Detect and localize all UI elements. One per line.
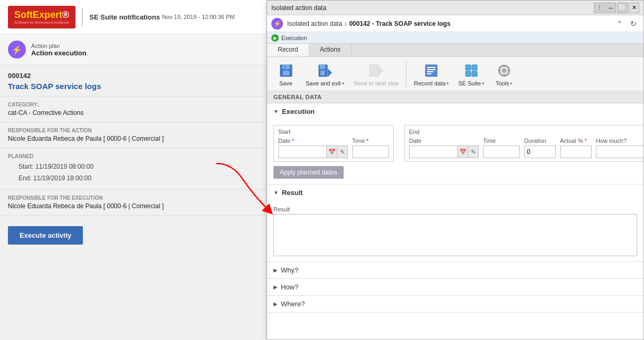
record-name: Track SOAP service logs [0, 82, 274, 96]
start-time-input[interactable] [352, 145, 389, 158]
howmuch-label: How much? [596, 138, 643, 144]
save-icon [278, 62, 295, 79]
status-text: Execution [281, 35, 307, 41]
responsible-label: RESPONSIBLE FOR THE ACTION [8, 128, 266, 133]
svg-rect-1 [282, 65, 290, 69]
execution-header[interactable]: ▼ Execution [267, 103, 643, 120]
result-content: Result [267, 201, 643, 261]
nav-up-button[interactable]: ⌃ [614, 18, 626, 30]
apply-planned-dates-button[interactable]: Apply planned dates [273, 166, 344, 179]
svg-rect-8 [370, 65, 379, 76]
why-title: Why? [281, 266, 298, 274]
modal-window: Isolated action data ⋮ ─ ⬜ ✕ ⚡ Isolated … [267, 0, 644, 340]
where-arrow: ▶ [273, 301, 278, 307]
end-date-input[interactable] [410, 146, 457, 158]
result-header[interactable]: ▼ Result [267, 184, 643, 201]
execution-collapse-arrow: ▼ [273, 109, 279, 114]
start-date-calendar-btn[interactable]: 📅 [326, 146, 337, 158]
save-exit-label: Save and exit ▾ [306, 80, 344, 86]
actual-input[interactable] [560, 145, 592, 158]
actual-required: * [584, 138, 586, 144]
end-date-calendar-btn[interactable]: 📅 [457, 146, 468, 158]
planned-section: PLANNED Start: 11/19/2019 08:00:00 End: … [0, 148, 274, 190]
svg-rect-5 [320, 65, 325, 69]
record-id: 000142 [0, 65, 274, 82]
end-date-field: Date 📅 ✎ [409, 138, 479, 158]
modal-status-bar: ▶ Execution [267, 32, 643, 44]
start-time-required: * [366, 138, 368, 144]
execution-responsible-value: Nicole Eduarda Rebeca de Paula [ 0000-6 … [8, 202, 266, 210]
category-value: cat-CA - Corrective Actions [8, 109, 266, 116]
save-button[interactable]: Save [271, 60, 300, 89]
howmuch-input[interactable] [596, 145, 643, 158]
actual-label: Actual % * [560, 138, 592, 144]
restore-button[interactable]: ⬜ [617, 3, 628, 13]
end-time-input[interactable] [483, 145, 520, 158]
breadcrumb-current: 000142 - Track SOAP service logs [349, 20, 450, 27]
logo: SoftExpert® Software for Business Excell… [8, 6, 75, 28]
how-section: ▶ How? [267, 279, 643, 296]
planned-label: PLANNED [8, 153, 266, 159]
responsible-value: Nicole Eduarda Rebeca de Paula [ 0000-6 … [8, 135, 266, 142]
category-label: CATEGORY: [8, 102, 266, 108]
se-suite-button[interactable]: SE Suite ▾ [454, 60, 488, 89]
close-button[interactable]: ✕ [629, 3, 639, 13]
breadcrumb-nav: ⌃ ↻ [614, 18, 639, 30]
execution-title: Execution [282, 108, 315, 115]
top-bar: SoftExpert® Software for Business Excell… [0, 0, 274, 34]
end-date-label: Date [409, 138, 479, 144]
planned-dates: Start: 11/19/2019 08:00:00 End: 11/19/20… [8, 161, 266, 184]
send-next-button[interactable]: Send to next step [349, 60, 403, 89]
duration-input[interactable]: 0 [524, 145, 556, 158]
action-plan-subtitle: Action execution [31, 49, 87, 57]
execution-responsible-section: RESPONSIBLE FOR THE EXECUTION Nicole Edu… [0, 190, 274, 216]
end-fields: Date 📅 ✎ Time [409, 138, 643, 158]
result-textarea[interactable] [273, 214, 637, 256]
planned-end: End: 11/19/2019 18:00:00 [18, 173, 266, 184]
execution-section: ▼ Execution Start Date * [267, 103, 643, 184]
action-plan-section: ⚡ Action plan Action execution [0, 34, 274, 65]
breadcrumb-icon: ⚡ [271, 18, 283, 30]
end-date-input-wrap: 📅 ✎ [409, 145, 479, 158]
svg-rect-18 [472, 71, 477, 76]
tab-actions[interactable]: Actions [309, 44, 352, 56]
end-group-title: End [409, 129, 643, 135]
record-data-button[interactable]: Record data ▾ [410, 60, 453, 89]
planned-start: Start: 11/19/2019 08:00:00 [18, 161, 266, 173]
why-header[interactable]: ▶ Why? [267, 262, 643, 278]
duration-field: Duration 0 [524, 138, 556, 158]
logo-subtitle: Software for Business Excellence [14, 21, 69, 24]
tab-record[interactable]: Record [267, 44, 309, 56]
nav-refresh-button[interactable]: ↻ [628, 18, 639, 30]
toolbar-tabs: Record Actions [267, 44, 643, 57]
tools-button[interactable]: Tools ▾ [489, 60, 518, 89]
how-title: How? [281, 283, 298, 291]
minimize-button[interactable]: ─ [605, 3, 616, 13]
where-title: Where? [281, 300, 305, 308]
save-exit-button[interactable]: Save and exit ▾ [301, 60, 348, 89]
why-section: ▶ Why? [267, 262, 643, 279]
how-header[interactable]: ▶ How? [267, 279, 643, 295]
modal-content: GENERAL DATA ▼ Execution Start Date [267, 91, 643, 339]
modal-controls: ⋮ ─ ⬜ ✕ [594, 3, 639, 13]
category-section: CATEGORY: cat-CA - Corrective Actions [0, 96, 274, 122]
end-time-label: Time [483, 138, 520, 144]
why-arrow: ▶ [273, 267, 278, 273]
logo-soft: Soft [14, 9, 33, 20]
menu-button[interactable]: ⋮ [594, 3, 604, 13]
start-date-clear-btn[interactable]: ✎ [337, 146, 347, 158]
start-date-input[interactable] [279, 146, 326, 158]
toolbar-divider [406, 61, 406, 87]
modal-title: Isolated action data [271, 4, 594, 12]
tools-icon [496, 62, 513, 79]
svg-point-20 [502, 69, 506, 73]
tools-label: Tools ▾ [496, 80, 513, 86]
where-header[interactable]: ▶ Where? [267, 296, 643, 312]
end-date-clear-btn[interactable]: ✎ [468, 146, 478, 158]
start-time-label: Time * [352, 138, 389, 144]
start-group-title: Start [278, 129, 389, 135]
logo-expert: Expert [33, 9, 62, 20]
execute-activity-button[interactable]: Execute activity [8, 226, 83, 245]
actual-field: Actual % * [560, 138, 592, 158]
result-title: Result [282, 189, 303, 197]
